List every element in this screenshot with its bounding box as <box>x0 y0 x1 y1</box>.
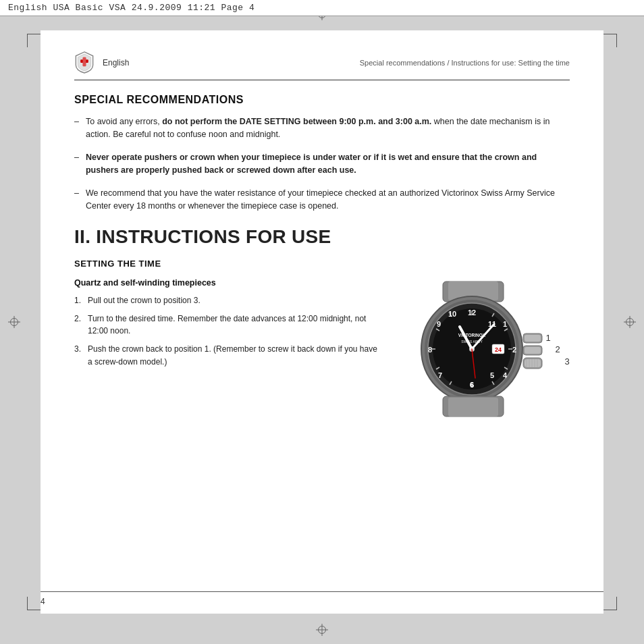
svg-text:4: 4 <box>503 371 508 379</box>
step-3: 3. Push the crown back to position 1. (R… <box>74 343 381 368</box>
watch-image-container: 12 1 2 4 6 6 7 8 9 10 5 <box>394 278 570 423</box>
svg-text:5: 5 <box>490 371 494 379</box>
step-text-2: Turn to the desired time. Remember the d… <box>88 313 381 338</box>
reg-mark-left <box>8 316 20 328</box>
bullet-list: – To avoid any errors, do not perform th… <box>74 115 570 213</box>
bullet-item-2: – Never operate pushers or crown when yo… <box>74 151 570 178</box>
watch-svg: 12 1 2 4 6 6 7 8 9 10 5 <box>394 278 570 420</box>
reg-mark-bottom <box>316 624 328 636</box>
setting-time-title: SETTING THE TIME <box>74 259 570 269</box>
svg-text:9: 9 <box>437 320 441 328</box>
svg-text:1: 1 <box>545 333 550 343</box>
two-column-layout: Quartz and self-winding timepieces 1. Pu… <box>74 278 570 423</box>
image-column: 12 1 2 4 6 6 7 8 9 10 5 <box>394 278 570 423</box>
step-text-3: Push the crown back to position 1. (Reme… <box>88 343 381 368</box>
quartz-title: Quartz and self-winding timepieces <box>74 278 381 288</box>
special-recommendations-section: SPECIAL RECOMMENDATIONS – To avoid any e… <box>74 94 570 213</box>
svg-text:1: 1 <box>503 320 507 328</box>
reg-mark-right <box>624 316 636 328</box>
steps-list: 1. Pull out the crown to position 3. 2. … <box>74 294 381 368</box>
svg-text:24: 24 <box>495 346 502 353</box>
svg-rect-44 <box>525 335 541 342</box>
svg-rect-46 <box>525 347 541 354</box>
step-num-3: 3. <box>74 343 88 368</box>
step-1: 1. Pull out the crown to position 3. <box>74 294 381 307</box>
svg-text:10: 10 <box>448 310 456 318</box>
dash-2: – <box>74 151 79 164</box>
svg-rect-42 <box>448 398 498 417</box>
svg-text:2: 2 <box>555 344 560 354</box>
svg-text:VICTORINOX: VICTORINOX <box>458 333 486 338</box>
step-num-2: 2. <box>74 313 88 338</box>
page-wrapper: English USA Basic VSA 24.9.2009 11:21 Pa… <box>0 0 644 644</box>
bullet-item-3: – We recommend that you have the water r… <box>74 187 570 213</box>
step-text-1: Pull out the crown to position 3. <box>88 294 200 307</box>
svg-text:2: 2 <box>512 346 516 354</box>
bullet-item-1: – To avoid any errors, do not perform th… <box>74 115 570 142</box>
main-section-title: II. INSTRUCTIONS FOR USE <box>74 226 570 248</box>
page-header: English Special recommendations / Instru… <box>74 51 570 80</box>
header-language: English <box>103 58 129 68</box>
step-num-1: 1. <box>74 294 88 307</box>
dash-3: – <box>74 187 79 200</box>
svg-text:3: 3 <box>564 356 569 367</box>
svg-rect-48 <box>525 359 541 367</box>
svg-text:SWISS ARMY: SWISS ARMY <box>461 340 483 344</box>
step-2: 2. Turn to the desired time. Remember th… <box>74 313 381 338</box>
svg-rect-2 <box>83 57 86 67</box>
victorinox-logo <box>74 51 95 74</box>
top-header: English USA Basic VSA 24.9.2009 11:21 Pa… <box>0 0 644 16</box>
svg-text:7: 7 <box>438 371 442 379</box>
header-bar-text: English USA Basic VSA 24.9.2009 11:21 Pa… <box>8 3 254 13</box>
page-number: 4 <box>41 597 45 606</box>
header-breadcrumb: Special recommendations / Instructions f… <box>360 59 570 67</box>
page-footer: 4 <box>41 591 603 607</box>
bullet-text-3: We recommend that you have the water res… <box>86 187 570 213</box>
bullet-text-1: To avoid any errors, do not perform the … <box>86 115 570 142</box>
special-rec-title: SPECIAL RECOMMENDATIONS <box>74 94 570 106</box>
bullet-text-2: Never operate pushers or crown when your… <box>86 151 570 178</box>
dash-1: – <box>74 115 79 128</box>
page-content: English Special recommendations / Instru… <box>41 30 603 614</box>
instructions-section: II. INSTRUCTIONS FOR USE SETTING THE TIM… <box>74 226 570 423</box>
svg-text:8: 8 <box>428 346 432 354</box>
text-column: Quartz and self-winding timepieces 1. Pu… <box>74 278 381 373</box>
